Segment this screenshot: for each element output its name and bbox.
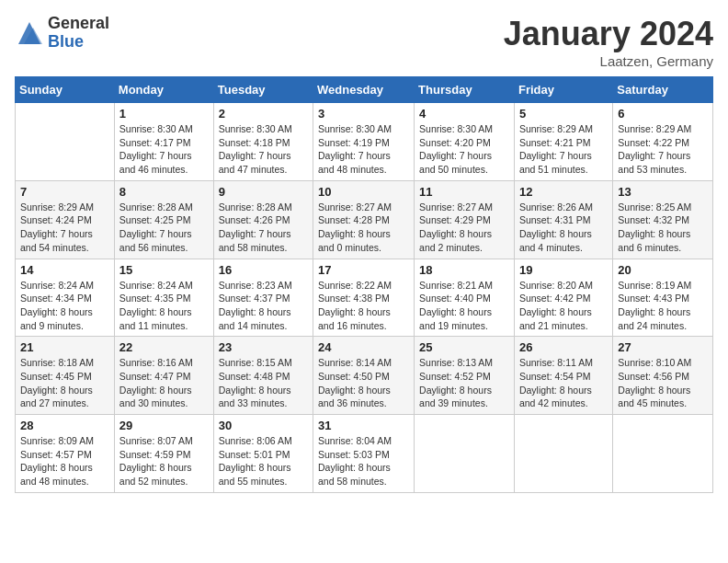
calendar-cell-w1-d6: 5Sunrise: 8:29 AMSunset: 4:21 PMDaylight… (514, 103, 612, 181)
calendar-cell-w2-d3: 9Sunrise: 8:28 AMSunset: 4:26 PMDaylight… (213, 180, 313, 259)
calendar-cell-w1-d5: 4Sunrise: 8:30 AMSunset: 4:20 PMDaylight… (415, 103, 515, 181)
calendar-cell-w3-d4: 17Sunrise: 8:22 AMSunset: 4:38 PMDayligh… (313, 259, 415, 337)
day-info: Sunrise: 8:30 AMSunset: 4:20 PMDaylight:… (419, 122, 509, 177)
day-number: 13 (618, 185, 708, 199)
day-info: Sunrise: 8:18 AMSunset: 4:45 PMDaylight:… (20, 356, 109, 410)
day-info: Sunrise: 8:30 AMSunset: 4:17 PMDaylight:… (119, 122, 209, 177)
day-number: 21 (20, 340, 109, 354)
calendar-cell-w4-d4: 24Sunrise: 8:14 AMSunset: 4:50 PMDayligh… (313, 337, 415, 415)
col-monday: Monday (114, 77, 213, 103)
calendar-table: Sunday Monday Tuesday Wednesday Thursday… (15, 76, 713, 493)
day-info: Sunrise: 8:24 AMSunset: 4:34 PMDaylight:… (20, 279, 109, 333)
page-header: General Blue January 2024 Laatzen, Germa… (15, 15, 713, 69)
day-info: Sunrise: 8:29 AMSunset: 4:24 PMDaylight:… (20, 201, 109, 255)
day-info: Sunrise: 8:20 AMSunset: 4:42 PMDaylight:… (519, 279, 608, 333)
logo-text: General Blue (48, 15, 109, 52)
col-tuesday: Tuesday (213, 77, 313, 103)
day-number: 7 (20, 185, 109, 199)
col-thursday: Thursday (415, 77, 515, 103)
calendar-cell-w5-d7 (613, 415, 713, 493)
day-number: 17 (318, 263, 409, 277)
day-info: Sunrise: 8:30 AMSunset: 4:18 PMDaylight:… (219, 122, 308, 177)
week-row-5: 28Sunrise: 8:09 AMSunset: 4:57 PMDayligh… (16, 415, 713, 493)
day-info: Sunrise: 8:23 AMSunset: 4:37 PMDaylight:… (219, 279, 308, 333)
day-number: 2 (219, 107, 308, 121)
calendar-cell-w5-d3: 30Sunrise: 8:06 AMSunset: 5:01 PMDayligh… (213, 415, 313, 493)
day-number: 5 (519, 107, 608, 121)
col-friday: Friday (514, 77, 612, 103)
calendar-cell-w4-d7: 27Sunrise: 8:10 AMSunset: 4:56 PMDayligh… (613, 337, 713, 415)
day-info: Sunrise: 8:21 AMSunset: 4:40 PMDaylight:… (419, 279, 509, 333)
day-info: Sunrise: 8:27 AMSunset: 4:28 PMDaylight:… (318, 201, 409, 255)
calendar-cell-w1-d3: 2Sunrise: 8:30 AMSunset: 4:18 PMDaylight… (213, 103, 313, 181)
day-number: 27 (618, 340, 708, 354)
day-number: 3 (318, 107, 409, 121)
calendar-cell-w5-d5 (415, 415, 515, 493)
day-info: Sunrise: 8:25 AMSunset: 4:32 PMDaylight:… (618, 201, 708, 255)
day-info: Sunrise: 8:04 AMSunset: 5:03 PMDaylight:… (318, 434, 409, 488)
day-number: 29 (119, 419, 209, 432)
calendar-cell-w1-d7: 6Sunrise: 8:29 AMSunset: 4:22 PMDaylight… (613, 103, 713, 181)
day-info: Sunrise: 8:09 AMSunset: 4:57 PMDaylight:… (20, 434, 109, 488)
calendar-cell-w5-d6 (514, 415, 612, 493)
calendar-cell-w2-d4: 10Sunrise: 8:27 AMSunset: 4:28 PMDayligh… (313, 180, 415, 259)
day-number: 18 (419, 263, 509, 277)
day-info: Sunrise: 8:16 AMSunset: 4:47 PMDaylight:… (119, 356, 209, 410)
day-number: 1 (119, 107, 209, 121)
week-row-3: 14Sunrise: 8:24 AMSunset: 4:34 PMDayligh… (16, 259, 713, 337)
day-number: 14 (20, 263, 109, 277)
day-number: 16 (219, 263, 308, 277)
calendar-cell-w4-d5: 25Sunrise: 8:13 AMSunset: 4:52 PMDayligh… (415, 337, 515, 415)
day-info: Sunrise: 8:22 AMSunset: 4:38 PMDaylight:… (318, 279, 409, 333)
day-info: Sunrise: 8:30 AMSunset: 4:19 PMDaylight:… (318, 122, 409, 177)
day-info: Sunrise: 8:14 AMSunset: 4:50 PMDaylight:… (318, 356, 409, 410)
day-number: 30 (219, 419, 308, 432)
title-section: January 2024 Laatzen, Germany (504, 15, 713, 69)
day-info: Sunrise: 8:26 AMSunset: 4:31 PMDaylight:… (519, 201, 608, 255)
calendar-cell-w4-d3: 23Sunrise: 8:15 AMSunset: 4:48 PMDayligh… (213, 337, 313, 415)
day-number: 15 (119, 263, 209, 277)
day-info: Sunrise: 8:27 AMSunset: 4:29 PMDaylight:… (419, 201, 509, 255)
calendar-cell-w3-d2: 15Sunrise: 8:24 AMSunset: 4:35 PMDayligh… (114, 259, 213, 337)
day-info: Sunrise: 8:28 AMSunset: 4:26 PMDaylight:… (219, 201, 308, 255)
day-number: 19 (519, 263, 608, 277)
calendar-cell-w4-d2: 22Sunrise: 8:16 AMSunset: 4:47 PMDayligh… (114, 337, 213, 415)
calendar-cell-w3-d1: 14Sunrise: 8:24 AMSunset: 4:34 PMDayligh… (16, 259, 115, 337)
calendar-cell-w3-d3: 16Sunrise: 8:23 AMSunset: 4:37 PMDayligh… (213, 259, 313, 337)
logo-icon (15, 18, 44, 48)
calendar-cell-w2-d6: 12Sunrise: 8:26 AMSunset: 4:31 PMDayligh… (514, 180, 612, 259)
day-number: 23 (219, 340, 308, 354)
day-number: 25 (419, 340, 509, 354)
calendar-cell-w5-d2: 29Sunrise: 8:07 AMSunset: 4:59 PMDayligh… (114, 415, 213, 493)
day-number: 9 (219, 185, 308, 199)
day-number: 12 (519, 185, 608, 199)
day-info: Sunrise: 8:29 AMSunset: 4:22 PMDaylight:… (618, 122, 708, 177)
day-number: 8 (119, 185, 209, 199)
day-info: Sunrise: 8:07 AMSunset: 4:59 PMDaylight:… (119, 434, 209, 488)
logo: General Blue (15, 15, 109, 52)
day-info: Sunrise: 8:19 AMSunset: 4:43 PMDaylight:… (618, 279, 708, 333)
day-info: Sunrise: 8:13 AMSunset: 4:52 PMDaylight:… (419, 356, 509, 410)
calendar-cell-w5-d1: 28Sunrise: 8:09 AMSunset: 4:57 PMDayligh… (16, 415, 115, 493)
day-number: 10 (318, 185, 409, 199)
day-number: 28 (20, 419, 109, 432)
calendar-cell-w1-d2: 1Sunrise: 8:30 AMSunset: 4:17 PMDaylight… (114, 103, 213, 181)
calendar-cell-w5-d4: 31Sunrise: 8:04 AMSunset: 5:03 PMDayligh… (313, 415, 415, 493)
calendar-cell-w2-d5: 11Sunrise: 8:27 AMSunset: 4:29 PMDayligh… (415, 180, 515, 259)
calendar-cell-w3-d7: 20Sunrise: 8:19 AMSunset: 4:43 PMDayligh… (613, 259, 713, 337)
calendar-cell-w1-d1 (16, 103, 115, 181)
calendar-header-row: Sunday Monday Tuesday Wednesday Thursday… (16, 77, 713, 103)
calendar-cell-w4-d1: 21Sunrise: 8:18 AMSunset: 4:45 PMDayligh… (16, 337, 115, 415)
day-info: Sunrise: 8:15 AMSunset: 4:48 PMDaylight:… (219, 356, 308, 410)
day-number: 26 (519, 340, 608, 354)
day-number: 31 (318, 419, 409, 432)
day-number: 4 (419, 107, 509, 121)
day-info: Sunrise: 8:24 AMSunset: 4:35 PMDaylight:… (119, 279, 209, 333)
calendar-cell-w2-d1: 7Sunrise: 8:29 AMSunset: 4:24 PMDaylight… (16, 180, 115, 259)
col-wednesday: Wednesday (313, 77, 415, 103)
day-info: Sunrise: 8:28 AMSunset: 4:25 PMDaylight:… (119, 201, 209, 255)
day-number: 11 (419, 185, 509, 199)
day-info: Sunrise: 8:10 AMSunset: 4:56 PMDaylight:… (618, 356, 708, 410)
col-saturday: Saturday (613, 77, 713, 103)
calendar-cell-w3-d6: 19Sunrise: 8:20 AMSunset: 4:42 PMDayligh… (514, 259, 612, 337)
